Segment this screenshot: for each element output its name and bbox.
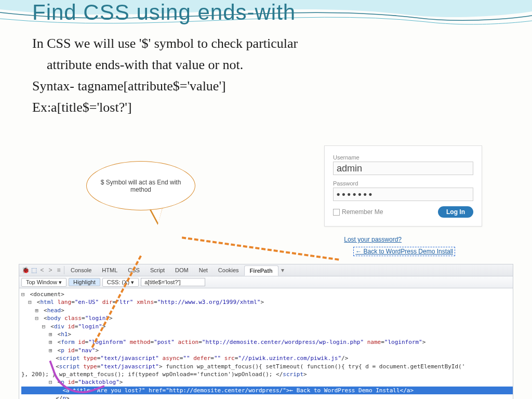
callout-text: $ Symbol will act as End with method <box>96 179 185 193</box>
login-form: Username admin Password ••••••• Remember… <box>324 145 482 227</box>
username-field[interactable]: admin <box>333 162 473 175</box>
username-label: Username <box>333 154 473 161</box>
back-to-blog-link[interactable]: ← Back to WordPress Demo Install <box>353 247 455 256</box>
remember-me[interactable]: Remember Me <box>333 208 383 216</box>
login-button[interactable]: Log In <box>438 206 473 218</box>
firebug-icon[interactable]: 🐞 <box>21 266 30 274</box>
screenshot-area: $ Symbol will act as End with method Use… <box>19 145 513 388</box>
nav-fwd-icon[interactable]: > <box>46 266 55 274</box>
password-field[interactable]: ••••••• <box>333 188 473 201</box>
inspect-icon[interactable]: ⬚ <box>30 266 38 274</box>
slide-title: Find CSS using ends-with <box>0 0 532 25</box>
tab-console[interactable]: Console <box>65 265 97 275</box>
tab-html[interactable]: HTML <box>97 265 123 275</box>
para1a: In CSS we will use '$' symbol to check p… <box>32 36 298 51</box>
example-line: Ex:a[title$='lost?'] <box>32 98 496 116</box>
para1b: attribute ends-with that value or not. <box>47 57 243 72</box>
lost-password-link[interactable]: Lost your password? <box>344 236 402 243</box>
password-label: Password <box>333 180 473 187</box>
callout-bubble: $ Symbol will act as End with method <box>86 161 195 210</box>
remember-checkbox[interactable] <box>333 209 340 216</box>
menu-icon[interactable]: ≡ <box>55 266 63 274</box>
highlight-btn[interactable]: Highlight <box>69 278 100 286</box>
topwindow-btn[interactable]: Top Window ▾ <box>21 278 66 287</box>
password-value: ••••••• <box>337 189 374 200</box>
slide-body: In CSS we will use '$' symbol to check p… <box>0 25 532 116</box>
nav-back-icon[interactable]: < <box>38 266 46 274</box>
username-value: admin <box>337 163 362 174</box>
remember-label: Remember Me <box>342 208 383 216</box>
syntax-line: Syntax- tagname[attribute$='value'] <box>32 77 496 95</box>
